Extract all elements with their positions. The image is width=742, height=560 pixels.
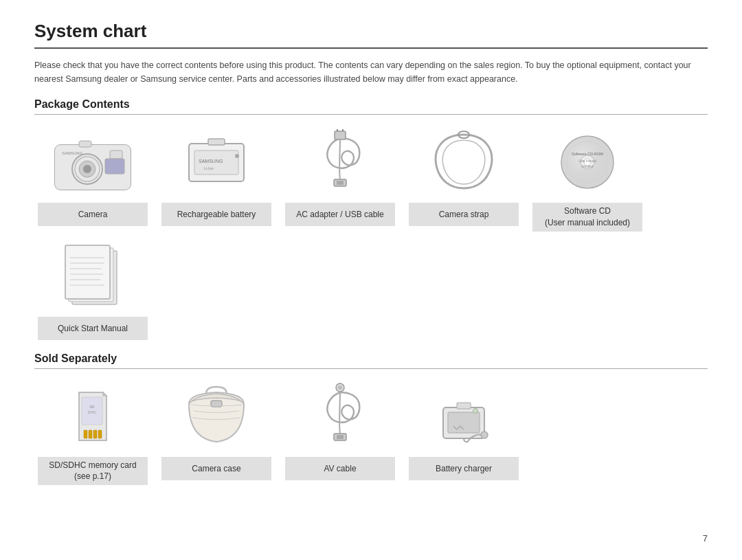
- svg-point-59: [473, 409, 478, 414]
- svg-rect-41: [84, 430, 87, 438]
- svg-rect-11: [208, 139, 225, 145]
- item-software-cd: Software CD-ROM User manual included Sof…: [529, 124, 646, 232]
- svg-rect-16: [335, 131, 346, 139]
- svg-rect-60: [457, 403, 471, 409]
- item-av-cable: AV cable: [282, 379, 398, 486]
- svg-rect-8: [105, 159, 124, 174]
- svg-text:included: included: [582, 165, 594, 168]
- label-camera-case: Camera case: [161, 457, 271, 480]
- svg-text:SD: SD: [89, 405, 95, 409]
- section-sold-separately: Sold Separately: [34, 352, 708, 369]
- svg-text:Software CD-ROM: Software CD-ROM: [572, 152, 603, 156]
- label-camera: Camera: [38, 203, 148, 226]
- svg-rect-43: [93, 430, 97, 438]
- package-items-row2: Quick Start Manual: [34, 238, 708, 340]
- intro-text: Please check that you have the correct c…: [34, 58, 708, 86]
- svg-rect-7: [79, 141, 91, 147]
- label-strap: Camera strap: [409, 203, 519, 226]
- svg-text:SDHC: SDHC: [88, 411, 98, 414]
- item-camera-case: Camera case: [158, 379, 275, 486]
- svg-rect-52: [337, 435, 344, 439]
- svg-rect-54: [448, 412, 480, 433]
- label-ac-cable: AC adapter / USB cable: [285, 203, 395, 226]
- item-quick-start: Quick Start Manual: [34, 238, 151, 340]
- svg-rect-44: [98, 430, 102, 438]
- svg-rect-32: [65, 245, 110, 299]
- item-battery: SAMSUNG Li-Ion Rechargeable battery: [158, 124, 275, 232]
- item-strap: Camera strap: [405, 124, 522, 232]
- svg-point-15: [235, 154, 239, 158]
- svg-text:SAMSUNG: SAMSUNG: [62, 151, 83, 155]
- svg-rect-42: [89, 430, 92, 438]
- label-sd-card: SD/SDHC memory card(see p.17): [38, 457, 148, 486]
- label-battery: Rechargeable battery: [161, 203, 271, 226]
- item-battery-charger: Battery charger: [405, 379, 522, 486]
- item-sd-card: SD SDHC SD/SDHC memory card(see p.17): [34, 379, 151, 486]
- label-quick-start: Quick Start Manual: [38, 317, 148, 340]
- svg-text:User manual: User manual: [578, 159, 596, 163]
- svg-marker-40: [103, 392, 106, 396]
- sold-items-row: SD SDHC SD/SDHC memory card(see p.17): [34, 379, 708, 486]
- page-number: 7: [703, 533, 708, 544]
- svg-rect-6: [110, 150, 122, 159]
- label-battery-charger: Battery charger: [409, 457, 519, 480]
- item-camera: SAMSUNG Camera: [34, 124, 151, 232]
- svg-point-5: [83, 165, 91, 173]
- label-software-cd: Software CD(User manual included): [532, 203, 642, 232]
- svg-point-50: [338, 385, 342, 390]
- section-package-contents: Package Contents: [34, 98, 708, 115]
- package-items-row1: SAMSUNG Camera SAMSUNG Li-Ion Rechargeab…: [34, 124, 708, 232]
- page-title: System chart: [34, 21, 708, 49]
- item-ac-cable: AC adapter / USB cable: [282, 124, 398, 232]
- svg-point-58: [481, 432, 488, 438]
- svg-text:SAMSUNG: SAMSUNG: [199, 159, 223, 164]
- label-av-cable: AV cable: [285, 457, 395, 480]
- svg-rect-20: [337, 181, 344, 185]
- svg-text:Li-Ion: Li-Ion: [204, 166, 214, 170]
